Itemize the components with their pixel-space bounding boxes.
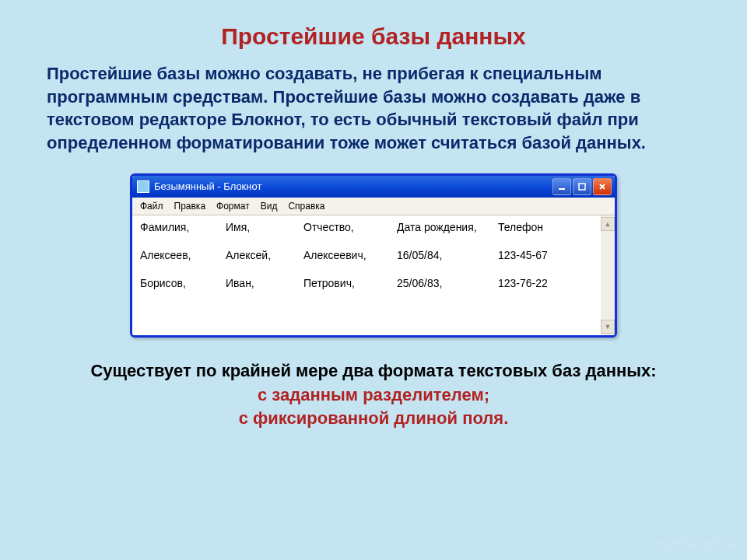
cell: Алексеевич, xyxy=(303,248,397,262)
footer-line2: с заданным разделителем; xyxy=(47,383,700,408)
close-button[interactable] xyxy=(593,178,612,195)
text-row: Борисов, Иван, Петрович, 25/06/83, 123-7… xyxy=(140,276,593,290)
text-row: Алексеев, Алексей, Алексеевич, 16/05/84,… xyxy=(140,248,593,262)
notepad-window: Безымянный - Блокнот Файл Правка Формат … xyxy=(130,173,617,338)
cell: Отчество, xyxy=(303,220,397,234)
notepad-textarea[interactable]: Фамилия, Имя, Отчество, Дата рождения, Т… xyxy=(132,215,601,335)
menu-view[interactable]: Вид xyxy=(261,201,278,212)
window-title: Безымянный - Блокнот xyxy=(154,180,261,192)
menu-help[interactable]: Справка xyxy=(288,201,324,212)
footer-line1: Существует по крайней мере два формата т… xyxy=(47,359,700,383)
menu-file[interactable]: Файл xyxy=(140,201,163,212)
cell: Петрович, xyxy=(303,276,397,290)
watermark: myshared.ru xyxy=(656,536,736,552)
cell: Имя, xyxy=(226,220,303,234)
footer: Существует по крайней мере два формата т… xyxy=(47,359,700,431)
scroll-down-icon[interactable]: ▼ xyxy=(601,320,615,334)
minimize-button[interactable] xyxy=(552,178,571,195)
text-row: Фамилия, Имя, Отчество, Дата рождения, Т… xyxy=(140,220,593,234)
cell: Дата рождения, xyxy=(397,220,498,234)
cell: Фамилия, xyxy=(140,220,226,234)
intro-paragraph: Простейшие базы можно создавать, не приб… xyxy=(47,62,700,155)
titlebar[interactable]: Безымянный - Блокнот xyxy=(132,176,615,198)
maximize-button[interactable] xyxy=(573,178,591,195)
cell: 123-76-22 xyxy=(498,276,584,290)
cell: Телефон xyxy=(498,220,584,234)
scrollbar[interactable]: ▲ ▼ xyxy=(601,215,615,335)
cell: Алексей, xyxy=(226,248,303,262)
cell: 25/06/83, xyxy=(397,276,498,290)
cell: Алексеев, xyxy=(140,248,226,262)
menu-edit[interactable]: Правка xyxy=(174,201,206,212)
notepad-icon xyxy=(137,180,149,193)
cell: 16/05/84, xyxy=(397,248,498,262)
cell: Борисов, xyxy=(140,276,226,290)
svg-rect-0 xyxy=(559,188,565,190)
cell: Иван, xyxy=(226,276,303,290)
svg-rect-1 xyxy=(579,184,585,190)
menu-format[interactable]: Формат xyxy=(216,201,250,212)
footer-line3: с фиксированной длиной поля. xyxy=(47,407,700,431)
scroll-up-icon[interactable]: ▲ xyxy=(601,217,615,231)
page-title: Простейшие базы данных xyxy=(47,23,700,50)
menubar: Файл Правка Формат Вид Справка xyxy=(132,198,615,215)
cell: 123-45-67 xyxy=(498,248,584,262)
